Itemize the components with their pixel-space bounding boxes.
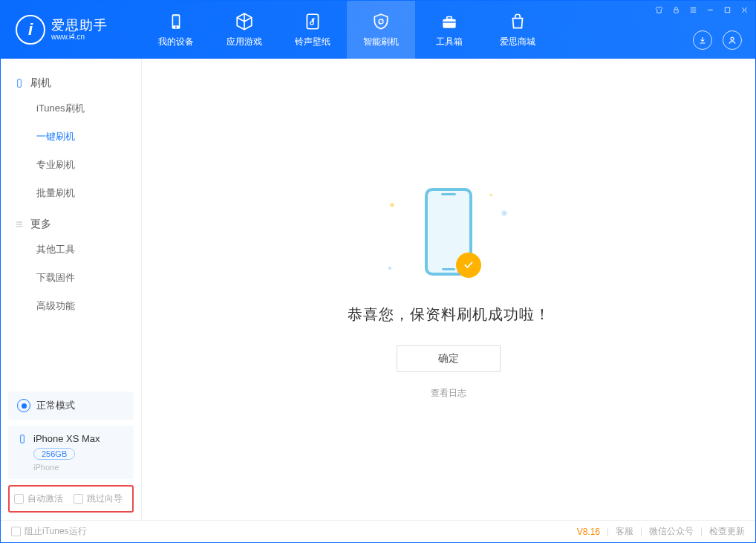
nav-store[interactable]: 爱思商城 — [483, 1, 552, 59]
success-illustration — [374, 180, 523, 284]
sidebar-item-pro-flash[interactable]: 专业刷机 — [1, 151, 141, 179]
status-bar: 阻止iTunes运行 V8.16 客服 微信公众号 检查更新 — [1, 520, 755, 542]
close-button[interactable] — [740, 5, 749, 15]
music-file-icon — [303, 12, 322, 31]
checkbox-icon — [14, 494, 24, 504]
nav-apps-games[interactable]: 应用游戏 — [210, 1, 278, 59]
app-header: i 爱思助手 www.i4.cn 我的设备 应用游戏 铃声壁纸 智能刷机 工具箱 — [1, 1, 755, 59]
toolbox-icon — [440, 12, 459, 31]
device-icon — [166, 12, 186, 31]
footer-link-update[interactable]: 检查更新 — [709, 525, 745, 538]
sidebar-item-other-tools[interactable]: 其他工具 — [1, 235, 141, 264]
header-right — [693, 30, 742, 50]
logo-icon: i — [16, 15, 45, 45]
footer-link-support[interactable]: 客服 — [616, 525, 633, 538]
minimize-button[interactable] — [706, 5, 715, 15]
sidebar-item-itunes-flash[interactable]: iTunes刷机 — [1, 94, 141, 123]
svg-rect-7 — [674, 10, 678, 13]
sidebar-item-advanced[interactable]: 高级功能 — [1, 292, 141, 320]
svg-rect-11 — [21, 435, 25, 443]
user-button[interactable] — [723, 30, 742, 50]
option-skip-guide[interactable]: 跳过向导 — [74, 492, 123, 505]
footer-link-wechat[interactable]: 微信公众号 — [649, 525, 694, 538]
sidebar-item-oneclick-flash[interactable]: 一键刷机 — [1, 123, 141, 151]
top-nav: 我的设备 应用游戏 铃声壁纸 智能刷机 工具箱 爱思商城 — [142, 1, 552, 59]
sidebar: 刷机 iTunes刷机 一键刷机 专业刷机 批量刷机 更多 其他工具 下载固件 … — [1, 59, 142, 520]
mode-icon — [17, 399, 30, 412]
sidebar-item-download-firmware[interactable]: 下载固件 — [1, 264, 141, 292]
window-controls — [654, 5, 749, 15]
nav-toolbox[interactable]: 工具箱 — [415, 1, 483, 59]
main-content: 恭喜您，保资料刷机成功啦！ 确定 查看日志 — [142, 59, 755, 520]
device-type: iPhone — [33, 463, 125, 472]
checkbox-icon — [11, 527, 21, 536]
svg-rect-10 — [18, 79, 22, 88]
logo[interactable]: i 爱思助手 www.i4.cn — [1, 15, 142, 45]
svg-rect-1 — [173, 16, 179, 25]
skin-icon[interactable] — [654, 5, 664, 15]
checkmark-badge-icon — [456, 253, 481, 278]
refresh-shield-icon — [371, 12, 391, 31]
maximize-button[interactable] — [723, 5, 732, 15]
phone-icon — [14, 78, 25, 88]
checkbox-icon — [74, 494, 83, 504]
svg-rect-4 — [443, 19, 455, 27]
svg-rect-8 — [725, 7, 730, 13]
list-icon — [14, 219, 25, 230]
view-log-link[interactable]: 查看日志 — [431, 387, 466, 400]
nav-smart-flash[interactable]: 智能刷机 — [347, 1, 415, 59]
svg-rect-6 — [443, 22, 455, 23]
ok-button[interactable]: 确定 — [397, 345, 501, 372]
nav-ringtone-wallpaper[interactable]: 铃声壁纸 — [278, 1, 347, 59]
svg-point-9 — [731, 37, 734, 40]
device-card[interactable]: iPhone XS Max 256GB iPhone — [8, 426, 134, 479]
mode-label: 正常模式 — [36, 399, 75, 412]
logo-text: 爱思助手 www.i4.cn — [51, 19, 108, 42]
device-small-icon — [17, 434, 27, 444]
bag-icon — [508, 12, 527, 31]
mode-indicator[interactable]: 正常模式 — [8, 391, 134, 420]
svg-point-2 — [175, 26, 177, 27]
option-auto-activate[interactable]: 自动激活 — [14, 492, 63, 505]
download-button[interactable] — [693, 30, 712, 50]
sidebar-section-more: 更多 — [1, 213, 141, 235]
version-label: V8.16 — [577, 527, 600, 537]
lock-icon[interactable] — [671, 5, 681, 15]
cube-icon — [235, 12, 254, 31]
options-highlight: 自动激活 跳过向导 — [8, 485, 134, 513]
sidebar-section-flash: 刷机 — [1, 72, 141, 94]
nav-my-device[interactable]: 我的设备 — [142, 1, 210, 59]
menu-icon[interactable] — [688, 5, 698, 15]
block-itunes-checkbox[interactable]: 阻止iTunes运行 — [11, 525, 87, 538]
sidebar-item-batch-flash[interactable]: 批量刷机 — [1, 179, 141, 207]
success-message: 恭喜您，保资料刷机成功啦！ — [348, 305, 550, 325]
device-capacity: 256GB — [33, 448, 75, 460]
svg-rect-5 — [447, 16, 452, 19]
